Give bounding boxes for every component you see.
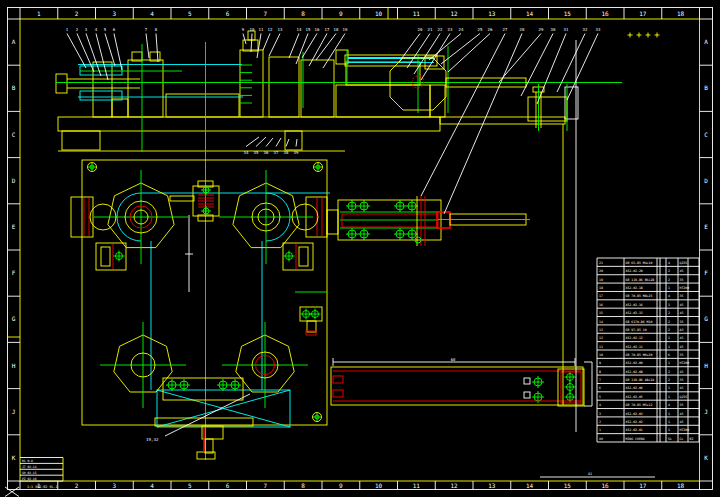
- bom-cell: 12: [599, 336, 603, 340]
- balloon-number: 19: [343, 27, 348, 32]
- bom-cell: 1: [599, 428, 601, 432]
- bom-cell: 2: [668, 370, 670, 374]
- bom-cell: 2: [668, 311, 670, 315]
- rect-shape: [333, 390, 343, 397]
- bom-cell: GB 70-85 M5x12: [626, 403, 653, 407]
- rect-shape: [307, 321, 316, 332]
- bom-cell: XSJ-02-01: [626, 428, 643, 432]
- bom-cell: MING CHENG: [626, 437, 645, 441]
- leader-line: [156, 34, 158, 63]
- balloon-number: 36: [264, 150, 269, 155]
- bom-cell: 15: [599, 311, 603, 315]
- bom-cell: 1: [668, 286, 670, 290]
- bom-cell: 4: [668, 261, 670, 265]
- rect-shape: [240, 50, 263, 117]
- bom-cell: 8: [599, 370, 601, 374]
- bom-cell: 2: [668, 378, 670, 382]
- leader-line: [269, 34, 280, 57]
- zone-letter-right: B: [704, 84, 708, 91]
- zone-number-bottom: 9: [339, 482, 343, 489]
- bom-cell: 35: [680, 403, 684, 407]
- leader-line: [316, 34, 336, 61]
- leader-line: [289, 34, 299, 59]
- bom-cell: 45: [680, 370, 684, 374]
- rect-shape: [327, 210, 338, 234]
- bom-cell: GB 70-85 M8x25: [626, 294, 653, 298]
- zone-letter-left: K: [12, 454, 16, 461]
- zone-letter-left: G: [12, 315, 16, 322]
- bom-cell: 14: [599, 320, 603, 324]
- bom-cell: XSJ-02-06: [626, 386, 643, 390]
- clamp-bar-view: [331, 362, 592, 406]
- dim-text: 60: [451, 357, 456, 362]
- corner-note: PZ 02.16: [22, 477, 37, 481]
- bom-cell: 21: [599, 261, 603, 265]
- zone-letter-left: A: [12, 38, 16, 45]
- zone-number-top: 18: [677, 10, 685, 17]
- bom-cell: HT200: [680, 361, 690, 365]
- zone-number-top: 3: [113, 10, 117, 17]
- zone-number-top: 11: [413, 10, 421, 17]
- bom-cell: 35: [680, 278, 684, 282]
- leader-line: [429, 34, 461, 61]
- zone-number-top: 6: [226, 10, 230, 17]
- zone-number-bottom: 13: [488, 482, 496, 489]
- bom-cell: 20: [599, 269, 603, 273]
- zone-number-bottom: 3: [113, 482, 117, 489]
- balloon-number: 23: [448, 27, 453, 32]
- bom-cell: CL: [680, 437, 684, 441]
- rect-shape: [333, 376, 343, 383]
- bom-cell: HT200: [680, 428, 690, 432]
- bom-cell: 5: [599, 395, 601, 399]
- balloon-number: 27: [503, 27, 508, 32]
- bom-cell: GB 65-85 M4x10: [626, 261, 653, 265]
- balloon-number: 3: [85, 27, 88, 32]
- zone-number-top: 16: [602, 10, 610, 17]
- bom-cell: 45: [680, 336, 684, 340]
- balloon-number: 20: [418, 27, 423, 32]
- zone-letter-left: J: [12, 408, 16, 415]
- bom-cell: 35: [680, 320, 684, 324]
- bom-cell: 2: [668, 278, 670, 282]
- zone-number-bottom: 5: [188, 482, 192, 489]
- leader-line: [276, 138, 281, 147]
- balloon-number: 17: [325, 27, 330, 32]
- bom-cell: 10: [599, 353, 603, 357]
- bom-cell: 45: [680, 386, 684, 390]
- zone-letter-right: J: [704, 408, 708, 415]
- zone-number-bottom: 17: [639, 482, 647, 489]
- balloon-number: 4: [95, 27, 98, 32]
- rect-shape: [96, 243, 126, 270]
- bom-cell: 6: [599, 386, 601, 390]
- bom-cell: 19: [599, 278, 603, 282]
- bom-cell: 9: [599, 361, 601, 365]
- bottom-clamp-bar: [163, 378, 243, 400]
- rect-shape: [285, 131, 302, 150]
- zone-number-bottom: 15: [564, 482, 572, 489]
- bom-cell: 45: [680, 269, 684, 273]
- bom-cell: XSJ-02-05: [626, 395, 643, 399]
- bom-cell: 35: [680, 378, 684, 382]
- balloon-number: 37: [274, 150, 279, 155]
- balloon-number: 31: [564, 27, 569, 32]
- zone-number-top: 7: [264, 10, 268, 17]
- leader-line: [105, 34, 115, 67]
- zone-letter-right: E: [704, 223, 708, 230]
- zone-number-top: 13: [488, 10, 496, 17]
- parts-list-table: 21GB 65-85 M4x104Q23520XSJ-02-2024519GB …: [597, 258, 699, 442]
- bom-cell: XSJ-02-11: [626, 345, 643, 349]
- leader-line: [302, 34, 317, 59]
- bom-cell: HT200: [680, 286, 690, 290]
- scale-note: 1:1 XSJ-02 SL-1: [27, 485, 58, 489]
- balloon-number: 15: [306, 27, 311, 32]
- drawing-sheet: 1122334455667788991010111112121313141415…: [0, 0, 720, 497]
- bom-cell: GB 119-86 B6x28: [626, 278, 655, 282]
- sheet-border: [5, 8, 713, 497]
- bom-cell: XSJ-02-20: [626, 269, 643, 273]
- bom-cell: 1: [668, 386, 670, 390]
- rect-shape: [524, 378, 530, 384]
- leader-line: [86, 34, 101, 77]
- balloon-number: 34: [244, 150, 249, 155]
- bom-cell: GB 119-86 A8x24: [626, 378, 655, 382]
- balloon-number: 21: [428, 27, 433, 32]
